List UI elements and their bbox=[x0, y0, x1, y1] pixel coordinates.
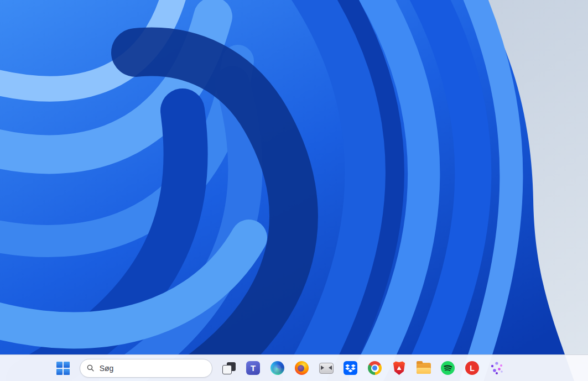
file-explorer-icon bbox=[417, 363, 431, 374]
dropbox-icon bbox=[344, 361, 357, 375]
unknown-app-icon bbox=[319, 363, 334, 374]
taskbar-app-edge[interactable] bbox=[267, 357, 289, 379]
taskbar-app-dots[interactable] bbox=[486, 357, 508, 379]
letter-l: L bbox=[470, 364, 475, 373]
firefox-icon bbox=[295, 361, 309, 375]
taskbar-app-dropbox[interactable] bbox=[340, 357, 362, 379]
taskbar-search[interactable] bbox=[80, 359, 212, 378]
windows-start-icon bbox=[56, 362, 70, 375]
task-view-icon bbox=[222, 362, 236, 375]
taskbar: T bbox=[0, 354, 588, 381]
taskbar-app-letter-l[interactable]: L bbox=[461, 357, 483, 379]
taskbar-center-group: T bbox=[52, 357, 508, 379]
dots-burst-app-icon bbox=[490, 361, 504, 375]
taskbar-app-brave[interactable] bbox=[388, 357, 410, 379]
search-input[interactable] bbox=[98, 363, 205, 373]
taskbar-app-unknown[interactable] bbox=[315, 357, 337, 379]
start-button[interactable] bbox=[52, 357, 74, 379]
search-icon bbox=[87, 364, 94, 372]
taskbar-app-file-explorer[interactable] bbox=[413, 357, 435, 379]
spotify-icon bbox=[441, 361, 455, 375]
taskbar-app-task-view[interactable] bbox=[218, 357, 240, 379]
teams-letter: T bbox=[251, 363, 256, 373]
desktop-surface[interactable] bbox=[0, 0, 588, 381]
bloom-wallpaper-image bbox=[0, 0, 588, 381]
teams-icon: T bbox=[246, 361, 260, 375]
chrome-icon bbox=[368, 361, 382, 375]
edge-icon bbox=[270, 361, 284, 375]
letter-l-app-icon: L bbox=[465, 361, 479, 375]
brave-icon bbox=[393, 361, 405, 375]
taskbar-app-firefox[interactable] bbox=[291, 357, 313, 379]
taskbar-app-teams[interactable]: T bbox=[242, 357, 264, 379]
taskbar-app-spotify[interactable] bbox=[437, 357, 459, 379]
taskbar-app-chrome[interactable] bbox=[364, 357, 386, 379]
